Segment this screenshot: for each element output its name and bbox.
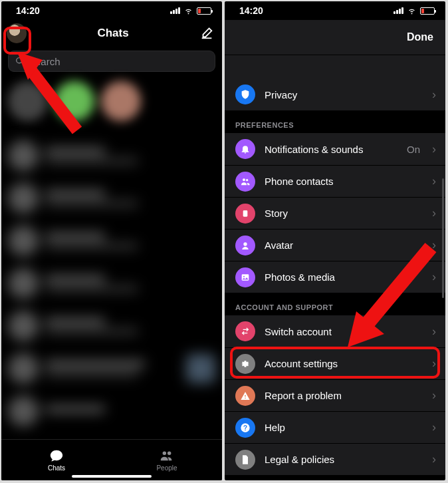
- chevron-right-icon: ›: [432, 357, 436, 371]
- tab-people-label: People: [156, 464, 177, 472]
- scrollbar[interactable]: [442, 178, 444, 298]
- account-settings-label: Account settings: [265, 358, 423, 369]
- tab-chats-label: Chats: [48, 464, 65, 472]
- cell-avatar[interactable]: Avatar ›: [225, 229, 445, 261]
- svg-rect-0: [243, 210, 248, 216]
- chevron-right-icon: ›: [432, 238, 436, 252]
- chat-bubble-icon: [49, 448, 64, 463]
- status-time: 14:20: [239, 5, 263, 16]
- photo-icon: [235, 267, 255, 287]
- avatar-icon: [235, 236, 255, 255]
- chevron-right-icon: ›: [432, 452, 436, 466]
- shield-icon: [235, 84, 255, 104]
- chevron-right-icon: ›: [432, 88, 436, 102]
- compose-icon[interactable]: [199, 26, 214, 41]
- switch-icon: [235, 321, 255, 341]
- chevron-right-icon: ›: [432, 325, 436, 339]
- svg-point-1: [243, 242, 247, 245]
- battery-icon: [420, 7, 435, 15]
- search-icon: [15, 57, 25, 66]
- status-icons: [393, 7, 435, 15]
- page-title: Chats: [27, 27, 199, 40]
- story-label: Story: [265, 208, 423, 219]
- svg-point-3: [243, 275, 245, 277]
- settings-list: Privacy › Preferences Notifications & so…: [225, 55, 445, 480]
- cell-phone-contacts[interactable]: Phone contacts ›: [225, 165, 445, 197]
- bell-icon: [235, 139, 255, 159]
- legal-label: Legal & policies: [265, 454, 423, 465]
- help-icon: [235, 418, 255, 438]
- cell-notifications[interactable]: Notifications & sounds On ›: [225, 133, 445, 165]
- avatar-label: Avatar: [265, 240, 423, 251]
- tab-chats[interactable]: Chats: [1, 440, 112, 480]
- people-icon: [160, 448, 174, 463]
- chat-list: [1, 134, 222, 432]
- phone-contacts-label: Phone contacts: [265, 176, 423, 187]
- chats-header: Chats: [1, 20, 222, 47]
- chats-screen: 14:20 Chats Search Chats People: [1, 1, 222, 480]
- contacts-icon: [235, 172, 255, 192]
- tab-people[interactable]: People: [112, 440, 222, 480]
- settings-screen: 14:20 Done Privacy › Preferences Notific…: [225, 1, 445, 480]
- chevron-right-icon: ›: [432, 142, 436, 156]
- section-account-support: Account and Support: [225, 293, 445, 315]
- cell-switch-account[interactable]: Switch account ›: [225, 315, 445, 347]
- notifications-value: On: [407, 144, 420, 155]
- done-button[interactable]: Done: [407, 31, 433, 43]
- report-problem-label: Report a problem: [265, 390, 423, 401]
- tab-bar: Chats People: [1, 439, 222, 480]
- switch-account-label: Switch account: [265, 326, 423, 337]
- notifications-label: Notifications & sounds: [265, 144, 397, 155]
- chevron-right-icon: ›: [432, 420, 436, 434]
- status-time: 14:20: [16, 5, 40, 16]
- chevron-right-icon: ›: [432, 174, 436, 188]
- search-input[interactable]: Search: [8, 51, 215, 72]
- section-preferences: Preferences: [225, 110, 445, 133]
- cell-legal-policies[interactable]: Legal & policies ›: [225, 443, 445, 475]
- cell-story[interactable]: Story ›: [225, 197, 445, 229]
- story-icon: [235, 204, 255, 224]
- home-indicator: [72, 475, 152, 478]
- help-label: Help: [265, 422, 423, 433]
- cellular-icon: [170, 7, 180, 14]
- battery-icon: [197, 7, 211, 15]
- search-placeholder: Search: [29, 56, 60, 67]
- cellular-icon: [393, 7, 403, 14]
- chevron-right-icon: ›: [432, 270, 436, 284]
- stories-row: [1, 77, 222, 134]
- document-icon: [235, 450, 255, 470]
- wifi-icon: [407, 7, 417, 15]
- wifi-icon: [183, 7, 193, 15]
- chevron-right-icon: ›: [432, 206, 436, 220]
- gear-icon: [235, 354, 255, 374]
- chevron-right-icon: ›: [432, 389, 436, 402]
- status-icons: [170, 7, 211, 15]
- profile-avatar[interactable]: [7, 23, 27, 43]
- cell-privacy[interactable]: Privacy ›: [225, 79, 445, 110]
- status-bar: 14:20: [225, 1, 445, 20]
- privacy-label: Privacy: [265, 89, 423, 100]
- cell-report-problem[interactable]: Report a problem ›: [225, 379, 445, 411]
- cell-photos-media[interactable]: Photos & media ›: [225, 261, 445, 293]
- status-bar: 14:20: [1, 1, 222, 20]
- photos-media-label: Photos & media: [265, 271, 423, 283]
- warning-icon: [235, 386, 255, 406]
- sheet-header: Done: [225, 20, 445, 55]
- cell-account-settings[interactable]: Account settings ›: [225, 347, 445, 379]
- cell-help[interactable]: Help ›: [225, 411, 445, 443]
